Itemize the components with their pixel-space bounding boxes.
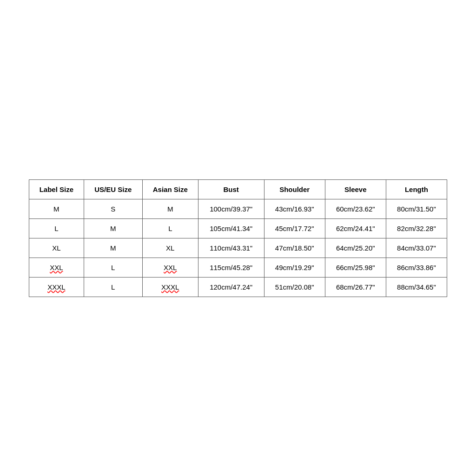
cell-us_eu_size: L	[84, 277, 142, 297]
col-header-asian-size: Asian Size	[142, 179, 198, 199]
cell-label_size: XXXL	[29, 277, 84, 297]
size-chart-container: Label Size US/EU Size Asian Size Bust Sh…	[29, 179, 447, 297]
size-chart-table: Label Size US/EU Size Asian Size Bust Sh…	[29, 179, 447, 297]
cell-length: 82cm/32.28"	[386, 218, 447, 238]
cell-label_size: XL	[29, 238, 84, 258]
cell-shoulder: 45cm/17.72"	[264, 218, 325, 238]
cell-shoulder: 43cm/16.93"	[264, 199, 325, 218]
table-header-row: Label Size US/EU Size Asian Size Bust Sh…	[29, 179, 447, 199]
cell-asian_size: XXXL	[142, 277, 198, 297]
cell-sleeve: 66cm/25.98"	[325, 258, 386, 277]
col-header-bust: Bust	[198, 179, 264, 199]
col-header-label-size: Label Size	[29, 179, 84, 199]
cell-us_eu_size: L	[84, 258, 142, 277]
cell-bust: 105cm/41.34"	[198, 218, 264, 238]
col-header-length: Length	[386, 179, 447, 199]
cell-asian_size: XXL	[142, 258, 198, 277]
table-row: XXLLXXL115cm/45.28"49cm/19.29"66cm/25.98…	[29, 258, 447, 277]
cell-label_size: L	[29, 218, 84, 238]
cell-sleeve: 64cm/25.20"	[325, 238, 386, 258]
col-header-us-eu-size: US/EU Size	[84, 179, 142, 199]
table-row: MSM100cm/39.37"43cm/16.93"60cm/23.62"80c…	[29, 199, 447, 218]
cell-length: 88cm/34.65"	[386, 277, 447, 297]
cell-us_eu_size: M	[84, 238, 142, 258]
cell-shoulder: 47cm/18.50"	[264, 238, 325, 258]
cell-length: 80cm/31.50"	[386, 199, 447, 218]
table-row: LML105cm/41.34"45cm/17.72"62cm/24.41"82c…	[29, 218, 447, 238]
cell-sleeve: 62cm/24.41"	[325, 218, 386, 238]
cell-asian_size: XL	[142, 238, 198, 258]
cell-bust: 100cm/39.37"	[198, 199, 264, 218]
cell-asian_size: L	[142, 218, 198, 238]
cell-shoulder: 51cm/20.08"	[264, 277, 325, 297]
cell-bust: 115cm/45.28"	[198, 258, 264, 277]
cell-asian_size: M	[142, 199, 198, 218]
col-header-shoulder: Shoulder	[264, 179, 325, 199]
cell-label_size: M	[29, 199, 84, 218]
cell-length: 86cm/33.86"	[386, 258, 447, 277]
col-header-sleeve: Sleeve	[325, 179, 386, 199]
table-row: XXXLLXXXL120cm/47.24"51cm/20.08"68cm/26.…	[29, 277, 447, 297]
cell-bust: 110cm/43.31"	[198, 238, 264, 258]
table-row: XLMXL110cm/43.31"47cm/18.50"64cm/25.20"8…	[29, 238, 447, 258]
cell-length: 84cm/33.07"	[386, 238, 447, 258]
cell-sleeve: 60cm/23.62"	[325, 199, 386, 218]
cell-us_eu_size: S	[84, 199, 142, 218]
cell-bust: 120cm/47.24"	[198, 277, 264, 297]
cell-sleeve: 68cm/26.77"	[325, 277, 386, 297]
cell-us_eu_size: M	[84, 218, 142, 238]
cell-shoulder: 49cm/19.29"	[264, 258, 325, 277]
cell-label_size: XXL	[29, 258, 84, 277]
